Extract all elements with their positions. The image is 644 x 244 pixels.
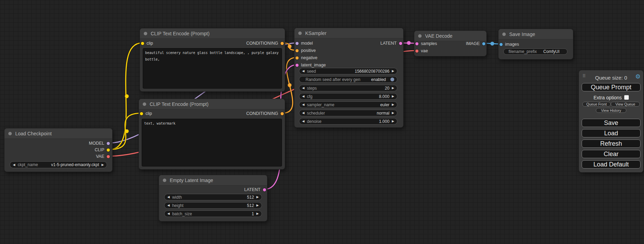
arrow-right-icon[interactable]: ▶	[256, 212, 259, 215]
extra-options-label: Extra options	[593, 95, 622, 100]
arrow-left-icon[interactable]: ◀	[302, 120, 305, 123]
arrow-left-icon[interactable]: ◀	[302, 70, 305, 73]
port-negative-input[interactable]	[295, 56, 299, 60]
node-titlebar[interactable]: VAE Decode	[414, 31, 486, 41]
node-titlebar[interactable]: KSampler	[294, 28, 403, 38]
node-ksampler[interactable]: KSampler model positive negative latent_…	[294, 28, 404, 128]
extra-options-checkbox[interactable]	[624, 95, 629, 100]
input-vae: vae	[415, 48, 428, 54]
widget-denoise[interactable]: ◀ denoise 1.000 ▶	[299, 118, 397, 125]
widget-steps[interactable]: ◀ steps 20 ▶	[299, 85, 397, 91]
port-clip-input[interactable]	[140, 112, 143, 115]
widget-sampler-name[interactable]: ◀ sampler_name euler ▶	[299, 101, 397, 108]
port-model-input[interactable]	[295, 42, 299, 45]
arrow-left-icon[interactable]: ◀	[13, 163, 15, 166]
queue-prompt-button[interactable]: Queue Prompt	[582, 83, 641, 91]
input-negative: negative	[295, 55, 317, 61]
arrow-left-icon[interactable]: ◀	[167, 204, 170, 207]
port-model-output[interactable]	[107, 142, 110, 145]
widget-label: denoise	[307, 119, 321, 124]
port-images-input[interactable]	[500, 43, 503, 46]
arrow-right-icon[interactable]: ▶	[256, 204, 259, 207]
node-titlebar[interactable]: Save Image	[499, 29, 573, 39]
node-clip-text-encode-positive[interactable]: CLIP Text Encode (Prompt) clip CONDITION…	[140, 28, 285, 92]
arrow-right-icon[interactable]: ▶	[392, 87, 394, 90]
widget-seed[interactable]: ◀ seed 156680208700286 ▶	[299, 68, 397, 74]
collapse-dot-icon[interactable]	[144, 32, 147, 35]
port-label: LATENT	[244, 187, 261, 192]
port-label: latent_image	[301, 63, 326, 67]
gear-icon[interactable]: ⚙	[635, 73, 641, 80]
collapse-dot-icon[interactable]	[8, 132, 12, 135]
widget-batch-size[interactable]: ◀ batch_size 1 ▶	[164, 210, 262, 217]
arrow-right-icon[interactable]: ▶	[392, 95, 394, 98]
port-conditioning-output[interactable]	[281, 42, 284, 45]
arrow-left-icon[interactable]: ◀	[167, 212, 170, 215]
arrow-right-icon[interactable]: ▶	[392, 70, 394, 73]
widget-width[interactable]: ◀ width 512 ▶	[164, 194, 262, 200]
load-button[interactable]: Load	[582, 129, 641, 137]
arrow-right-icon[interactable]: ▶	[256, 196, 259, 199]
node-empty-latent-image[interactable]: Empty Latent Image LATENT ◀ width 512 ▶ …	[159, 175, 267, 222]
port-samples-input[interactable]	[415, 42, 418, 45]
port-vae-input[interactable]	[415, 49, 418, 53]
link-dot-latent	[407, 41, 411, 45]
node-clip-text-encode-negative[interactable]: CLIP Text Encode (Prompt) clip CONDITION…	[139, 99, 285, 170]
port-label: LATENT	[380, 41, 397, 46]
widget-value: 20	[385, 86, 389, 91]
port-vae-output[interactable]	[107, 155, 110, 158]
node-titlebar[interactable]: Empty Latent Image	[159, 175, 267, 186]
arrow-right-icon[interactable]: ▶	[102, 163, 104, 166]
collapse-dot-icon[interactable]	[418, 34, 422, 38]
save-button[interactable]: Save	[582, 119, 641, 127]
view-queue-button[interactable]: View Queue	[611, 102, 640, 107]
node-titlebar[interactable]: Load Checkpoint	[5, 128, 112, 139]
node-titlebar[interactable]: CLIP Text Encode (Prompt)	[140, 28, 285, 39]
port-conditioning-output[interactable]	[281, 112, 284, 115]
collapse-dot-icon[interactable]	[502, 33, 506, 36]
arrow-left-icon[interactable]: ◀	[302, 95, 305, 98]
arrow-right-icon[interactable]: ▶	[392, 103, 394, 106]
node-save-image[interactable]: Save Image images filename_prefix ComfyU…	[498, 29, 573, 60]
widget-label: height	[172, 203, 184, 208]
port-label: images	[505, 42, 519, 47]
widget-label: steps	[307, 86, 317, 91]
prompt-textarea[interactable]: beautiful scenery nature glass bottle la…	[143, 48, 282, 89]
collapse-dot-icon[interactable]	[143, 102, 146, 106]
clear-button[interactable]: Clear	[582, 150, 641, 158]
node-titlebar[interactable]: CLIP Text Encode (Prompt)	[139, 99, 285, 109]
port-label: CLIP	[95, 147, 104, 152]
port-positive-input[interactable]	[295, 49, 299, 52]
toggle-dot-icon[interactable]	[390, 78, 394, 81]
port-clip-output[interactable]	[107, 148, 110, 152]
port-latent-output[interactable]	[263, 188, 266, 191]
port-clip-input[interactable]	[141, 42, 144, 45]
node-vae-decode[interactable]: VAE Decode samples vae IMAGE	[414, 30, 487, 56]
widget-value: 512	[247, 203, 254, 208]
widget-filename-prefix[interactable]: filename_prefix ComfyUI	[503, 48, 567, 55]
node-load-checkpoint[interactable]: Load Checkpoint MODEL CLIP VAE ◀ ckpt_na…	[4, 128, 113, 172]
arrow-left-icon[interactable]: ◀	[302, 103, 305, 106]
refresh-button[interactable]: Refresh	[582, 139, 641, 148]
port-image-output[interactable]	[482, 42, 485, 45]
prompt-textarea[interactable]: text, watermark	[142, 119, 282, 166]
port-latent-input[interactable]	[295, 64, 299, 67]
widget-ckpt-name[interactable]: ◀ ckpt_name v1-5-pruned-emaonly.ckpt ▶	[10, 161, 107, 168]
arrow-left-icon[interactable]: ◀	[302, 87, 305, 90]
collapse-dot-icon[interactable]	[163, 179, 166, 182]
queue-size-label: Queue size: 0	[579, 75, 643, 81]
widget-random-seed-toggle[interactable]: Random seed after every gen enabled	[299, 76, 397, 83]
queue-front-button[interactable]: Queue Front	[582, 102, 611, 107]
widget-cfg[interactable]: ◀ cfg 8.000 ▶	[299, 93, 397, 100]
arrow-left-icon[interactable]: ◀	[302, 111, 305, 115]
arrow-right-icon[interactable]: ▶	[392, 120, 394, 123]
arrow-right-icon[interactable]: ▶	[392, 111, 394, 115]
node-graph-canvas[interactable]: Load Checkpoint MODEL CLIP VAE ◀ ckpt_na…	[0, 0, 644, 244]
widget-scheduler[interactable]: ◀ scheduler normal ▶	[299, 110, 397, 116]
load-default-button[interactable]: Load Default	[582, 160, 641, 169]
arrow-left-icon[interactable]: ◀	[167, 196, 170, 199]
port-latent-output[interactable]	[399, 42, 402, 45]
collapse-dot-icon[interactable]	[298, 31, 302, 35]
view-history-button[interactable]: View History	[596, 108, 626, 113]
widget-height[interactable]: ◀ height 512 ▶	[164, 202, 262, 209]
